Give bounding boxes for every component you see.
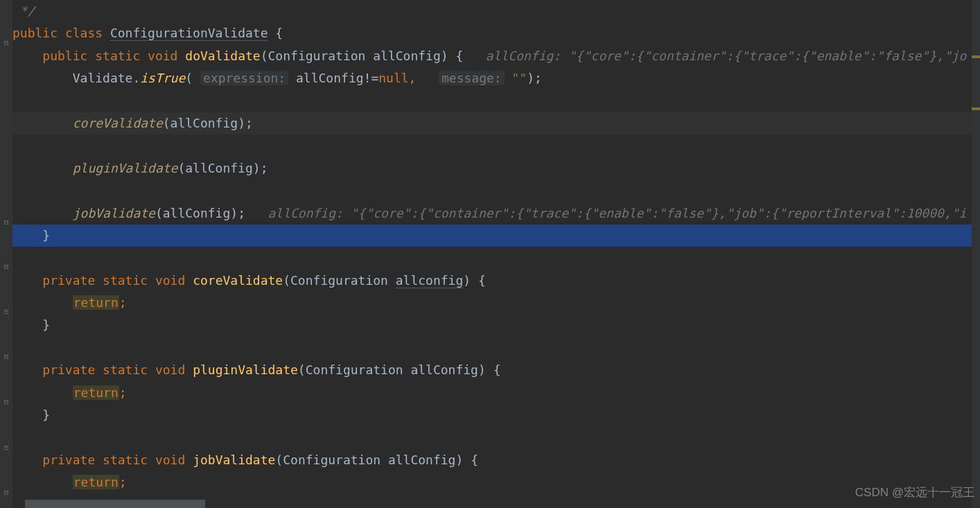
error-stripe[interactable] (972, 0, 980, 508)
code-line[interactable]: } (12, 404, 980, 426)
code-line[interactable] (12, 247, 980, 269)
code-line[interactable]: */ (12, 0, 980, 22)
code-line[interactable]: } (12, 314, 980, 336)
inlay-hint: allConfig: "{"core":{"container":{"trace… (486, 49, 967, 63)
code-line[interactable] (12, 90, 980, 112)
code-line[interactable] (12, 179, 980, 202)
scroll-thumb[interactable] (25, 500, 205, 508)
inlay-hint: allConfig: "{"core":{"container":{"trace… (268, 206, 967, 220)
code-line[interactable]: public class ConfigurationValidate { (12, 22, 980, 44)
fold-icon[interactable]: ⊟ (2, 308, 10, 316)
fold-icon[interactable]: ⊟ (2, 444, 10, 452)
code-line[interactable]: return; (12, 471, 980, 493)
code-area[interactable]: */ public class ConfigurationValidate { … (12, 0, 980, 508)
code-line[interactable]: jobValidate(allConfig); allConfig: "{"co… (12, 202, 980, 225)
code-line[interactable]: pluginValidate(allConfig); (12, 157, 980, 179)
code-line[interactable] (12, 426, 980, 448)
code-line[interactable]: private static void pluginValidate(Confi… (12, 359, 980, 381)
horizontal-scrollbar[interactable] (25, 500, 980, 508)
code-line[interactable]: coreValidate(allConfig); (12, 112, 980, 134)
gutter: ⊟⊟⊟⊟⊟⊟⊟⊟ (0, 0, 12, 508)
code-line[interactable] (12, 337, 980, 359)
code-line[interactable]: Validate.isTrue( expression: allConfig!=… (12, 67, 980, 89)
code-line[interactable]: public static void doValidate(Configurat… (12, 45, 980, 67)
code-line[interactable]: private static void coreValidate(Configu… (12, 270, 980, 292)
code-line[interactable]: return; (12, 292, 980, 314)
param-hint: expression: (200, 71, 288, 85)
fold-icon[interactable]: ⊟ (2, 218, 10, 227)
param-hint: message: (439, 71, 505, 85)
code-line[interactable]: private static void jobValidate(Configur… (12, 449, 980, 471)
fold-icon[interactable]: ⊟ (2, 353, 10, 361)
warning-marker[interactable] (972, 55, 980, 58)
warning-marker[interactable] (972, 107, 980, 110)
code-line[interactable] (12, 134, 980, 157)
fold-icon[interactable]: ⊟ (2, 489, 10, 497)
fold-icon[interactable]: ⊟ (2, 398, 10, 406)
fold-icon[interactable]: ⊟ (2, 263, 10, 271)
code-editor[interactable]: ⊟⊟⊟⊟⊟⊟⊟⊟ */ public class ConfigurationVa… (0, 0, 980, 508)
execution-line[interactable]: } (12, 225, 980, 247)
code-line[interactable]: return; (12, 382, 980, 404)
fold-icon[interactable]: ⊟ (2, 39, 10, 47)
